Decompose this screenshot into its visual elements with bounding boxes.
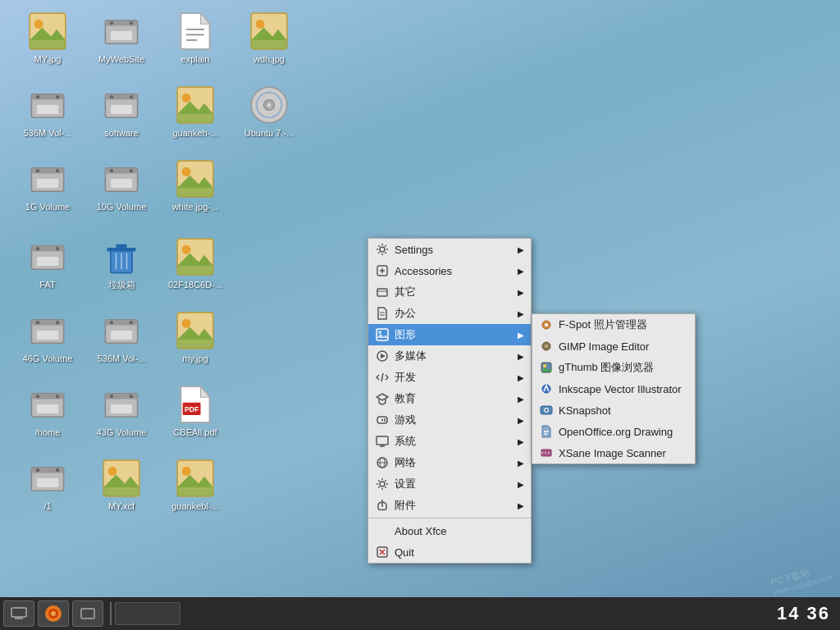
quit-menu-icon — [375, 545, 390, 559]
svg-text:PDF: PDF — [185, 405, 199, 413]
submenu-arrow: ▶ — [518, 501, 524, 510]
icon-label: 10G Volume — [97, 202, 147, 212]
desktop-icon-my-jpg[interactable]: MY.jpg — [15, 8, 80, 68]
desktop-icon-guankeh[interactable]: guankeh-... — [162, 82, 228, 142]
kaifa-menu-icon — [375, 370, 390, 385]
menu-item-label: Quit — [395, 546, 414, 559]
submenu-item-ksnapshot[interactable]: KSnapshot — [532, 399, 695, 421]
menu-item-kaifa[interactable]: 开发 ▶ — [368, 367, 531, 388]
menu-item-label: 多媒体 — [395, 349, 427, 363]
image-icon — [176, 159, 215, 199]
icon-label: 43G Volume — [97, 427, 147, 438]
taskbar-firefox-btn[interactable] — [38, 600, 69, 627]
svg-rect-22 — [37, 105, 58, 114]
svg-point-25 — [110, 95, 113, 98]
taskbar-window-btn[interactable] — [72, 600, 103, 627]
menu-item-jiaoyu[interactable]: 教育 ▶ — [368, 388, 531, 409]
svg-rect-153 — [11, 608, 26, 617]
menu-item-fujian[interactable]: 附件 ▶ — [368, 495, 531, 516]
desktop-icon-white-jpg[interactable]: white.jpg-... — [162, 156, 228, 216]
menu-item-xitong[interactable]: 系统 ▶ — [368, 431, 531, 452]
desktop-icon-wdh-jpg[interactable]: wdh.jpg — [236, 8, 302, 68]
icon-label: guankebl-... — [171, 501, 218, 512]
submenu-item-fspot[interactable]: F-Spot 照片管理器 — [532, 314, 695, 336]
menu-item-duomei[interactable]: 多媒体 ▶ — [368, 345, 531, 367]
menu-item-quit[interactable]: Quit — [368, 541, 531, 563]
pdf-icon: PDF — [176, 385, 215, 424]
svg-marker-111 — [378, 308, 386, 319]
submenu-item-label: Inkscape Vector Illustrator — [559, 383, 682, 395]
menu-item-label: 教育 — [395, 391, 416, 406]
menu-item-youxi[interactable]: 游戏 ▶ — [368, 409, 531, 431]
menu-item-label: Accessories — [395, 265, 452, 277]
desktop-icon-536m-vol2[interactable]: 536M Vol-... — [89, 308, 154, 368]
desktop-icon-explain[interactable]: explain — [162, 8, 228, 68]
submenu-item-inkscape[interactable]: Inkscape Vector Illustrator — [532, 378, 695, 399]
submenu-item-label: gThumb 图像浏览器 — [559, 360, 654, 375]
desktop-icon-536m-vol1[interactable]: 536M Vol-... — [15, 82, 80, 142]
svg-point-124 — [384, 418, 386, 420]
svg-rect-114 — [377, 329, 388, 340]
menu-item-wangluo[interactable]: 网络 ▶ — [368, 452, 531, 473]
menu-item-about[interactable]: About Xfce — [368, 520, 531, 541]
svg-point-20 — [36, 95, 39, 98]
desktop-icon-mywebsite[interactable]: MyWebSite — [89, 8, 154, 68]
svg-point-44 — [130, 169, 133, 172]
desktop-icon-43g-volume[interactable]: 43G Volume — [89, 381, 154, 441]
image-icon — [249, 11, 289, 51]
menu-item-settings[interactable]: Settings ▶ — [368, 239, 531, 260]
desktop-icon-cbeall-pdf[interactable]: PDF CBEAll.pdf — [162, 381, 228, 441]
desktop-icon-my-jpg2[interactable]: my.jpg — [162, 308, 228, 368]
svg-rect-8 — [111, 31, 132, 40]
desktop-icon-my-xcf[interactable]: MY.xcf — [89, 455, 154, 515]
image-icon — [176, 459, 215, 498]
svg-point-103 — [182, 467, 191, 476]
taskbar-open-window[interactable] — [115, 602, 180, 625]
menu-item-shezhi[interactable]: 设置 ▶ — [368, 473, 531, 495]
svg-point-6 — [110, 21, 113, 25]
menu-item-bangong[interactable]: 办公 ▶ — [368, 303, 531, 324]
submenu-item-xsane[interactable]: XSane Image Scanner — [532, 442, 695, 463]
submenu-item-gimp[interactable]: GIMP Image Editor — [532, 336, 695, 357]
submenu-arrow: ▶ — [518, 288, 524, 297]
xsane-icon — [539, 445, 554, 460]
svg-point-34 — [267, 103, 271, 107]
svg-point-115 — [378, 331, 381, 334]
menu-item-accessories[interactable]: Accessories ▶ — [368, 260, 531, 281]
desktop-icon-02f18c6d[interactable]: 02F18C6D-... — [162, 234, 228, 294]
desktop-icon-guankebl[interactable]: guankebl-... — [162, 455, 228, 515]
svg-point-158 — [51, 611, 56, 616]
svg-rect-17 — [251, 40, 287, 49]
svg-marker-120 — [377, 394, 388, 400]
image-icon — [176, 311, 215, 350]
submenu-item-gthumb[interactable]: gThumb 图像浏览器 — [532, 357, 695, 378]
submenu-arrow: ▶ — [518, 352, 524, 361]
submenu-arrow: ▶ — [518, 480, 524, 489]
menu-item-tuxing[interactable]: 图形 ▶ — [368, 324, 531, 345]
fspot-icon — [539, 317, 554, 332]
taskbar-desktop-btn[interactable] — [3, 600, 34, 627]
desktop-icon-trash[interactable]: 垃圾箱 — [89, 234, 154, 294]
icon-label: white.jpg-... — [172, 202, 218, 212]
submenu-arrow: ▶ — [518, 416, 524, 425]
desktop-icon-slash1[interactable]: /1 — [15, 455, 80, 515]
menu-item-qita[interactable]: 其它 ▶ — [368, 281, 531, 303]
drive-icon — [28, 311, 67, 350]
shezhi-menu-icon — [375, 477, 390, 491]
desktop-icon-home[interactable]: /home — [15, 381, 80, 441]
submenu-item-label: XSane Image Scanner — [559, 447, 666, 459]
icon-label: 536M Vol-... — [24, 128, 72, 139]
desktop-icon-46g-volume[interactable]: 46G Volume — [15, 308, 80, 368]
inkscape-icon — [539, 381, 554, 396]
accessories-menu-icon — [375, 263, 390, 278]
desktop-icon-10g-volume[interactable]: 10G Volume — [89, 156, 154, 216]
submenu-item-openoffice-draw[interactable]: OpenOffice.org Drawing — [532, 421, 695, 442]
desktop-icon-fat[interactable]: FAT — [15, 234, 80, 294]
desktop-icon-1g-volume[interactable]: 1G Volume — [15, 156, 80, 216]
openoffice-draw-icon — [539, 424, 554, 439]
desktop-icon-software[interactable]: software — [89, 82, 154, 142]
submenu-item-label: F-Spot 照片管理器 — [559, 317, 647, 332]
svg-point-87 — [130, 395, 133, 398]
desktop-icon-ubuntu7[interactable]: Ubuntu 7.-... — [236, 82, 302, 142]
drive-icon — [28, 159, 67, 199]
